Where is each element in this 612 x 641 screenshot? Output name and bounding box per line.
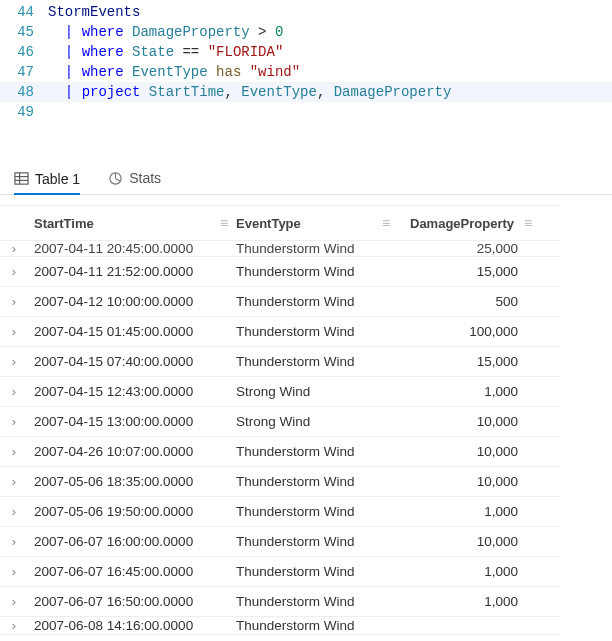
cell-starttime: 2007-05-06 18:35:00.0000 — [28, 474, 218, 489]
cell-damageproperty: 25,000 — [392, 241, 532, 256]
cell-eventtype: Strong Wind — [230, 384, 380, 399]
table-row[interactable]: ›2007-04-15 12:43:00.0000Strong Wind1,00… — [0, 377, 560, 407]
cell-damageproperty: 10,000 — [392, 444, 532, 459]
cell-starttime: 2007-04-12 10:00:00.0000 — [28, 294, 218, 309]
editor-line[interactable]: 46 | where State == "FLORIDA" — [0, 42, 612, 62]
line-number: 49 — [0, 102, 48, 122]
tab-table-label: Table 1 — [35, 171, 80, 187]
cell-damageproperty: 15,000 — [392, 264, 532, 279]
cell-starttime: 2007-04-26 10:07:00.0000 — [28, 444, 218, 459]
cell-eventtype: Thunderstorm Wind — [230, 444, 380, 459]
expand-row-icon[interactable]: › — [0, 324, 28, 339]
table-row[interactable]: ›2007-06-07 16:00:00.0000Thunderstorm Wi… — [0, 527, 560, 557]
line-number: 48 — [0, 82, 48, 102]
results-table: StartTime ≡ EventType ≡ DamageProperty ≡… — [0, 195, 560, 635]
table-row[interactable]: ›2007-04-11 20:45:00.0000Thunderstorm Wi… — [0, 241, 560, 257]
cell-damageproperty: 10,000 — [392, 414, 532, 429]
expand-row-icon[interactable]: › — [0, 474, 28, 489]
cell-eventtype: Thunderstorm Wind — [230, 294, 380, 309]
tab-table[interactable]: Table 1 — [14, 171, 80, 195]
table-row[interactable]: ›2007-04-26 10:07:00.0000Thunderstorm Wi… — [0, 437, 560, 467]
cell-damageproperty: 15,000 — [392, 354, 532, 369]
cell-starttime: 2007-04-15 01:45:00.0000 — [28, 324, 218, 339]
cell-eventtype: Thunderstorm Wind — [230, 474, 380, 489]
cell-starttime: 2007-04-11 21:52:00.0000 — [28, 264, 218, 279]
column-header-starttime[interactable]: StartTime — [28, 216, 218, 231]
cell-eventtype: Thunderstorm Wind — [230, 504, 380, 519]
cell-eventtype: Thunderstorm Wind — [230, 594, 380, 609]
cell-starttime: 2007-05-06 19:50:00.0000 — [28, 504, 218, 519]
expand-row-icon[interactable]: › — [0, 444, 28, 459]
table-row[interactable]: ›2007-04-11 21:52:00.0000Thunderstorm Wi… — [0, 257, 560, 287]
code-content[interactable] — [48, 102, 612, 122]
editor-line[interactable]: 44StormEvents — [0, 2, 612, 22]
cell-starttime: 2007-04-11 20:45:00.0000 — [28, 241, 218, 256]
editor-line[interactable]: 45 | where DamageProperty > 0 — [0, 22, 612, 42]
cell-damageproperty: 1,000 — [392, 564, 532, 579]
code-content[interactable]: | where State == "FLORIDA" — [48, 42, 612, 62]
expand-row-icon[interactable]: › — [0, 384, 28, 399]
line-number: 44 — [0, 2, 48, 22]
query-editor[interactable]: 44StormEvents45 | where DamageProperty >… — [0, 0, 612, 128]
expand-row-icon[interactable]: › — [0, 564, 28, 579]
expand-row-icon[interactable]: › — [0, 534, 28, 549]
code-content[interactable]: | project StartTime, EventType, DamagePr… — [48, 82, 612, 102]
expand-row-icon[interactable]: › — [0, 594, 28, 609]
column-header-damageproperty[interactable]: DamageProperty — [392, 216, 522, 231]
code-content[interactable]: | where EventType has "wind" — [48, 62, 612, 82]
table-row[interactable]: ›2007-06-07 16:45:00.0000Thunderstorm Wi… — [0, 557, 560, 587]
table-row[interactable]: ›2007-04-15 07:40:00.0000Thunderstorm Wi… — [0, 347, 560, 377]
table-row[interactable]: ›2007-04-12 10:00:00.0000Thunderstorm Wi… — [0, 287, 560, 317]
cell-eventtype: Thunderstorm Wind — [230, 534, 380, 549]
table-header-row: StartTime ≡ EventType ≡ DamageProperty ≡ — [0, 205, 560, 241]
table-row[interactable]: ›2007-06-08 14:16:00.0000Thunderstorm Wi… — [0, 617, 560, 635]
cell-damageproperty: 100,000 — [392, 324, 532, 339]
code-content[interactable]: | where DamageProperty > 0 — [48, 22, 612, 42]
cell-starttime: 2007-06-07 16:50:00.0000 — [28, 594, 218, 609]
cell-damageproperty: 10,000 — [392, 474, 532, 489]
table-row[interactable]: ›2007-05-06 19:50:00.0000Thunderstorm Wi… — [0, 497, 560, 527]
editor-line[interactable]: 48 | project StartTime, EventType, Damag… — [0, 82, 612, 102]
table-row[interactable]: ›2007-04-15 01:45:00.0000Thunderstorm Wi… — [0, 317, 560, 347]
cell-eventtype: Thunderstorm Wind — [230, 354, 380, 369]
cell-damageproperty: 1,000 — [392, 384, 532, 399]
expand-row-icon[interactable]: › — [0, 241, 28, 256]
stats-icon — [108, 171, 123, 186]
cell-eventtype: Thunderstorm Wind — [230, 564, 380, 579]
line-number: 46 — [0, 42, 48, 62]
result-tabs: Table 1 Stats — [0, 156, 612, 195]
tab-stats[interactable]: Stats — [108, 170, 161, 186]
expand-row-icon[interactable]: › — [0, 414, 28, 429]
editor-line[interactable]: 49 — [0, 102, 612, 122]
table-row[interactable]: ›2007-06-07 16:50:00.0000Thunderstorm Wi… — [0, 587, 560, 617]
cell-starttime: 2007-04-15 07:40:00.0000 — [28, 354, 218, 369]
column-menu-icon[interactable]: ≡ — [522, 215, 534, 231]
column-menu-icon[interactable]: ≡ — [218, 215, 230, 231]
tab-stats-label: Stats — [129, 170, 161, 186]
table-row[interactable]: ›2007-05-06 18:35:00.0000Thunderstorm Wi… — [0, 467, 560, 497]
cell-eventtype: Thunderstorm Wind — [230, 241, 380, 256]
code-content[interactable]: StormEvents — [48, 2, 612, 22]
expand-row-icon[interactable]: › — [0, 294, 28, 309]
cell-damageproperty: 1,000 — [392, 504, 532, 519]
expand-row-icon[interactable]: › — [0, 618, 28, 633]
cell-starttime: 2007-06-08 14:16:00.0000 — [28, 618, 218, 633]
cell-eventtype: Strong Wind — [230, 414, 380, 429]
cell-damageproperty: 10,000 — [392, 534, 532, 549]
column-header-eventtype[interactable]: EventType — [230, 216, 380, 231]
column-menu-icon[interactable]: ≡ — [380, 215, 392, 231]
cell-starttime: 2007-06-07 16:00:00.0000 — [28, 534, 218, 549]
svg-rect-0 — [15, 173, 28, 184]
cell-eventtype: Thunderstorm Wind — [230, 324, 380, 339]
line-number: 45 — [0, 22, 48, 42]
cell-eventtype: Thunderstorm Wind — [230, 618, 380, 633]
expand-row-icon[interactable]: › — [0, 264, 28, 279]
expand-row-icon[interactable]: › — [0, 354, 28, 369]
line-number: 47 — [0, 62, 48, 82]
expand-row-icon[interactable]: › — [0, 504, 28, 519]
editor-line[interactable]: 47 | where EventType has "wind" — [0, 62, 612, 82]
table-icon — [14, 171, 29, 186]
cell-starttime: 2007-04-15 12:43:00.0000 — [28, 384, 218, 399]
table-row[interactable]: ›2007-04-15 13:00:00.0000Strong Wind10,0… — [0, 407, 560, 437]
cell-damageproperty: 500 — [392, 294, 532, 309]
